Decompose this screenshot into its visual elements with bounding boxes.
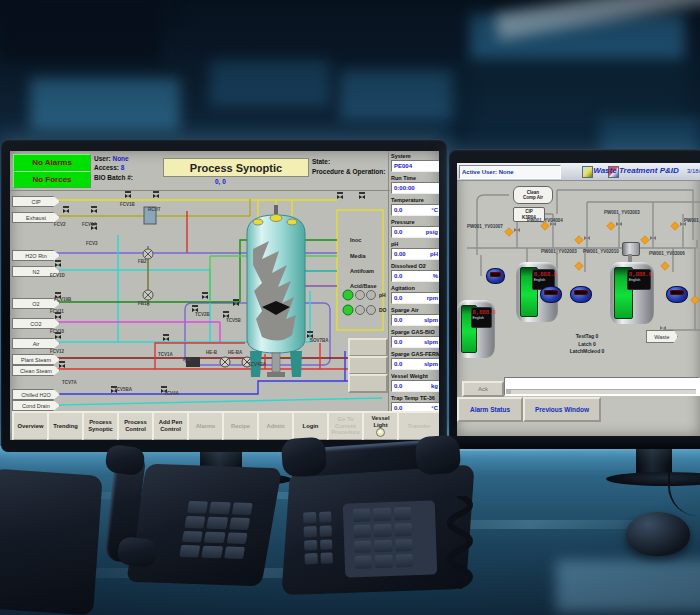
panel-item: Pressure0.0psig <box>391 219 439 238</box>
feed-label-cip: CIP <box>12 196 60 207</box>
right-monitor-chin <box>449 436 700 449</box>
valve-tag: FCV1A <box>82 222 97 227</box>
user-label: User: None <box>94 155 129 162</box>
phone-handset-mouthpiece <box>415 435 462 476</box>
control-room-scene: { "left_screen": { "alarm_button": "No A… <box>0 0 700 615</box>
panel-item: Temperature0.0°C <box>391 197 439 216</box>
pump-display <box>544 290 558 295</box>
computer-mouse <box>626 512 690 556</box>
feed-label-air: Air <box>12 338 60 349</box>
valve-tag: FCV11 <box>50 309 64 314</box>
toolbar-process-synoptic-button[interactable]: Process Synoptic <box>82 411 119 440</box>
right-monitor-screen: Active User: None Waste Treatment P&ID 3… <box>457 163 700 436</box>
pid-valve-tag: PW001_YV02010 <box>583 249 619 254</box>
disabled-button <box>348 338 388 357</box>
tank[interactable]: 8,888.8English <box>457 300 495 358</box>
disabled-button <box>348 356 388 375</box>
background-panel <box>340 70 470 120</box>
legend-media: Media <box>350 253 366 259</box>
no-alarms-button[interactable]: No Alarms <box>13 154 91 171</box>
valve-tag: HE-BA <box>228 350 242 355</box>
valve-tag: FCV10 <box>50 329 64 334</box>
state-label: State: <box>312 158 330 165</box>
valve-tag: P-B <box>183 357 191 362</box>
valve-tag: RCUT <box>148 207 161 212</box>
gauge-indicators <box>343 290 376 315</box>
phone-keypad <box>179 501 252 559</box>
page-subtitle: 0, 0 <box>215 178 226 185</box>
pid-valve-tag: PW001_YV04004 <box>527 218 563 223</box>
pump[interactable] <box>486 268 505 284</box>
alarm-status-button[interactable]: Alarm Status <box>457 397 523 422</box>
feed-label-clean-steam: Clean Steam <box>12 365 60 376</box>
scrollbar[interactable] <box>506 389 696 394</box>
legend-inoc: Inoc <box>350 237 361 243</box>
toolbar-recipe-button[interactable]: Recipe <box>222 411 259 440</box>
pump[interactable] <box>540 286 562 303</box>
valve-tag: TCV5B <box>226 318 241 323</box>
piping-lines <box>14 199 383 406</box>
phone-handset-earpiece <box>281 437 328 478</box>
pid-valve-tag: PW001_YV06004 <box>684 218 700 223</box>
ack-button[interactable]: Ack <box>462 381 504 397</box>
valve-tag: FCV1D <box>50 273 65 278</box>
toolbar-overview-button[interactable]: Overview <box>12 411 49 440</box>
tank[interactable]: 8,888.8English <box>610 262 654 324</box>
valve-tag: FCV2 <box>54 222 66 227</box>
no-forces-button[interactable]: No Forces <box>13 171 91 188</box>
access-value: 8 <box>121 164 125 171</box>
background-panel <box>210 60 330 106</box>
pump[interactable] <box>666 286 688 303</box>
valve-tag: FCV19B <box>54 297 71 302</box>
toolbar-trending-button[interactable]: Trending <box>47 411 84 440</box>
tank-display: 8,888.8English <box>471 307 492 328</box>
user-value: None <box>112 155 128 162</box>
scroll-left-arrow[interactable] <box>506 390 511 394</box>
valve-tag: FCV1B <box>120 202 135 207</box>
legend-antifoam: Antifoam <box>350 268 374 274</box>
valve-tag: FB1A <box>138 301 150 306</box>
valve-tag: FCV12 <box>50 349 64 354</box>
telephone-left <box>106 446 274 598</box>
panel-item: SystemPE004 <box>391 153 439 172</box>
panel-item: Sparge GAS-FERM0.0slpm <box>391 351 439 370</box>
valve-tag: TCV1A <box>158 352 173 357</box>
panel-item: Sparge GAS-BIO0.0slpm <box>391 329 439 348</box>
pump-display <box>574 290 588 295</box>
valve-tag: FCV3 <box>86 241 98 246</box>
phone-cord <box>438 496 482 592</box>
toolbar-add-pen-control-button[interactable]: Add Pen Control <box>152 411 189 440</box>
valve-tag: TCV5BA <box>114 387 132 392</box>
clean-comp-air-label: CleanComp Air <box>513 186 553 204</box>
pump-display <box>670 290 684 295</box>
valve-tag: SOV7BA <box>310 338 329 343</box>
tank-display: 8,888.8English <box>627 269 651 290</box>
pid-valve-tag: PW001_YV03003 <box>604 210 640 215</box>
feed-label-cond-drain: Cond Drain <box>12 400 60 411</box>
keyboard-blur <box>556 560 700 612</box>
telephone-center <box>280 436 480 606</box>
page-title: Process Synoptic <box>163 158 309 177</box>
feed-label-co2: CO2 <box>12 318 60 329</box>
feed-label-plant-steam: Plant Steam <box>12 354 60 365</box>
gauge-label-ph: pH <box>379 292 386 298</box>
panel-item: Dissolved O20.0% <box>391 263 439 282</box>
toolbar-alarms-button[interactable]: Alarms <box>187 411 224 440</box>
pid-valve-tag: PW001_YV01007 <box>467 224 503 229</box>
vessel[interactable] <box>247 205 305 377</box>
previous-window-button[interactable]: Previous Window <box>523 397 601 422</box>
background-panel <box>0 0 160 62</box>
toolbar-process-control-button[interactable]: Process Control <box>117 411 154 440</box>
alarm-message-bar[interactable] <box>504 377 700 396</box>
pump[interactable] <box>570 286 592 303</box>
phone-keypad <box>353 507 413 569</box>
batch-label: BIO Batch #: <box>94 174 133 181</box>
feed-label-chilled-h2o: Chilled H2O <box>12 389 60 400</box>
panel-item: Vessel Weight0.0kg <box>391 373 439 392</box>
pid-lines <box>467 190 700 330</box>
left-monitor-screen: No Alarms No Forces User: None Access: 8… <box>10 151 439 440</box>
right-page-title: Waste Treatment P&ID <box>575 166 697 175</box>
right-date: 3/18/20 <box>687 168 700 174</box>
panel-item: pH0.00pH <box>391 241 439 260</box>
procedure-label: Procedure & Operation: <box>312 168 385 175</box>
